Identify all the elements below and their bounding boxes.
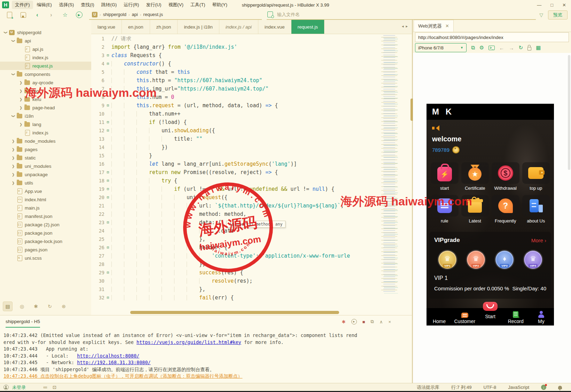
fold-marker-icon[interactable]: ⊟ — [104, 218, 111, 227]
tree-item-ay-qrcode[interactable]: ❯ay-qrcode — [0, 78, 91, 87]
tree-item-uni-modules[interactable]: ❯uni_modules — [0, 162, 91, 170]
tree-item-i18n[interactable]: ❯i18n — [0, 112, 91, 120]
fold-marker-icon[interactable] — [104, 160, 111, 168]
device-select[interactable]: iPhone 6/7/8▼ — [415, 43, 467, 52]
tree-item-package-json[interactable]: package.json — [0, 229, 91, 237]
line-number[interactable]: 25 — [91, 235, 104, 243]
line-number[interactable]: 6 — [91, 76, 104, 85]
stop-icon[interactable]: ■ — [362, 319, 365, 324]
fold-marker-icon[interactable] — [104, 34, 111, 43]
chevron-right-icon[interactable]: ❯ — [19, 97, 23, 101]
unlock-icon[interactable] — [527, 47, 531, 50]
tree-item-index-js[interactable]: index.js — [0, 53, 91, 62]
tree-item-kefu[interactable]: ❯kefu — [0, 95, 91, 103]
console-link[interactable]: http://192.168.31.33:8080/ — [77, 360, 150, 365]
tree-item-components[interactable]: ❯components — [0, 70, 91, 78]
tree-item-shippergold[interactable]: ❯shippergold — [0, 28, 91, 37]
fold-marker-icon[interactable] — [104, 252, 111, 260]
fold-marker-icon[interactable]: ⊟ — [104, 193, 111, 202]
tree-item-utils[interactable]: ❯utils — [0, 179, 91, 187]
vip-badge-vip3[interactable]: ♦VIP3 — [495, 251, 514, 269]
vip-badge-vip2[interactable]: ♛VIP2 — [467, 251, 485, 269]
feature-tile[interactable] — [522, 162, 550, 184]
collapse-panel-icon[interactable]: ∧ — [380, 319, 383, 324]
tree-item-lang[interactable]: ❯lang — [0, 120, 91, 128]
open-external-icon[interactable]: ⧉ — [471, 45, 475, 51]
extensions-view-icon[interactable]: ⊛ — [59, 302, 68, 311]
fold-marker-icon[interactable]: ⊟ — [104, 268, 111, 277]
line-number[interactable]: 12 — [91, 126, 104, 135]
chevron-down-icon[interactable]: ❯ — [4, 30, 8, 34]
tree-item-node-modules[interactable]: ❯node_modules — [0, 137, 91, 145]
feature-tile[interactable] — [461, 195, 489, 217]
breadcrumb-item[interactable]: api — [132, 12, 138, 17]
tree-item-static[interactable]: ❯static — [0, 154, 91, 162]
line-number[interactable]: 7 — [91, 85, 104, 93]
tree-item-main-js[interactable]: main.js — [0, 204, 91, 212]
breadcrumb-item[interactable]: request.js — [143, 12, 163, 17]
new-file-button[interactable] — [5, 11, 14, 19]
browser-tab-close-icon[interactable]: ✕ — [445, 23, 449, 29]
line-number[interactable]: 22 — [91, 210, 104, 218]
chevron-right-icon[interactable]: ❯ — [11, 173, 15, 177]
browser-forward-icon[interactable]: → — [509, 45, 514, 51]
minimize-button[interactable]: — — [537, 2, 541, 8]
menu-item[interactable]: 帮助(Y) — [209, 1, 230, 9]
fold-marker-icon[interactable] — [104, 135, 111, 143]
nav-record[interactable]: Record — [503, 308, 529, 326]
search-input[interactable] — [276, 11, 536, 17]
nav-home[interactable]: Home — [427, 308, 452, 326]
console-tab[interactable]: shippergold - H5 — [6, 319, 40, 328]
menu-item[interactable]: 文件(F) — [12, 1, 33, 9]
console-output[interactable]: 10:47:23.442 (Emitted value instead of a… — [3, 332, 410, 382]
line-number[interactable]: 32 — [91, 293, 104, 302]
fold-marker-icon[interactable]: ⊟ — [104, 101, 111, 110]
chevron-right-icon[interactable]: ❯ — [11, 156, 15, 160]
filter-icon[interactable]: ▽ — [539, 12, 543, 18]
chevron-right-icon[interactable]: ❯ — [11, 148, 15, 151]
encoding[interactable]: UTF-8 — [483, 385, 496, 390]
tree-item-api-js[interactable]: api.js — [0, 45, 91, 53]
fold-marker-icon[interactable] — [104, 93, 111, 101]
login-status[interactable]: 未登录 — [12, 384, 26, 391]
line-number[interactable]: 30 — [91, 277, 104, 285]
line-number[interactable]: 23 — [91, 218, 104, 227]
tree-item-unpackage[interactable]: ❯unpackage — [0, 170, 91, 179]
line-number[interactable]: 1 — [91, 34, 104, 43]
tree-item-fnc[interactable]: ❯fnc — [0, 87, 91, 95]
tree-item-uni-scss[interactable]: uni.scss — [0, 254, 91, 262]
fold-marker-icon[interactable]: ⊟ — [104, 243, 111, 252]
search-view-icon[interactable]: ◎ — [17, 302, 26, 311]
terminal-status-icon[interactable]: ⊡ — [53, 385, 56, 390]
restart-run-icon[interactable]: ▶ — [351, 319, 357, 324]
breadcrumb-item[interactable]: shippergold — [103, 12, 126, 17]
line-number[interactable]: 27 — [91, 252, 104, 260]
language-mode[interactable]: JavaScript — [508, 385, 529, 390]
fold-marker-icon[interactable]: ⊟ — [104, 126, 111, 135]
editor-tab[interactable]: request.js — [291, 20, 325, 34]
fold-marker-icon[interactable] — [104, 43, 111, 51]
browser-scrollbar[interactable] — [568, 55, 570, 170]
account-person-icon[interactable] — [3, 385, 9, 390]
fold-marker-icon[interactable] — [104, 110, 111, 118]
chevron-right-icon[interactable]: ❯ — [19, 123, 23, 126]
line-number[interactable]: 8 — [91, 93, 104, 101]
chevron-down-icon[interactable]: ❯ — [11, 114, 15, 118]
feature-withdrawal[interactable]: Withdrawal — [492, 162, 519, 191]
feature-latest[interactable]: Latest — [461, 195, 489, 224]
line-number[interactable]: 31 — [91, 285, 104, 293]
menu-item[interactable]: 选择(S) — [56, 1, 77, 9]
export-log-icon[interactable]: ⧉ — [371, 319, 374, 324]
menu-item[interactable]: 查找(I) — [78, 1, 97, 9]
editor-tab[interactable]: en.json — [122, 20, 150, 34]
fold-marker-icon[interactable] — [104, 151, 111, 160]
debug-view-icon[interactable]: ✱ — [31, 302, 40, 311]
account-number[interactable]: 789789 — [432, 147, 449, 153]
line-number[interactable]: 26 — [91, 243, 104, 252]
menu-item[interactable]: 发行(U) — [143, 1, 164, 9]
feature-tile[interactable] — [461, 162, 489, 184]
save-button[interactable] — [19, 11, 28, 19]
line-number[interactable]: 24 — [91, 227, 104, 235]
line-number[interactable]: 19 — [91, 185, 104, 193]
chevron-down-icon[interactable]: ❯ — [11, 39, 15, 43]
